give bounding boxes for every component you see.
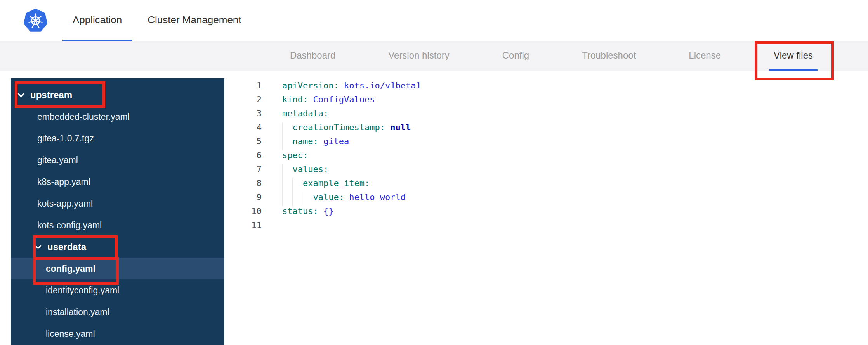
code-line	[282, 220, 868, 234]
line-number: 5	[224, 136, 271, 150]
kubernetes-logo-icon	[23, 9, 48, 33]
editor-gutter: 1234567891011	[224, 78, 271, 345]
tree-file-kots-config-yaml[interactable]: kots-config.yaml	[11, 214, 224, 236]
tab-license[interactable]: License	[684, 41, 726, 71]
tree-file-gitea-yaml[interactable]: gitea.yaml	[11, 149, 224, 171]
top-bar: ApplicationCluster Management	[0, 0, 868, 41]
tree-item-label: kots-app.yaml	[37, 198, 93, 209]
code-line: name: gitea	[282, 136, 868, 150]
tab-version-history[interactable]: Version history	[384, 41, 454, 71]
screen: ApplicationCluster Management DashboardV…	[0, 0, 868, 345]
code-line: creationTimestamp: null	[282, 122, 868, 136]
chevron-down-icon	[18, 91, 24, 97]
logo-wrap[interactable]	[0, 0, 62, 41]
chevron-down-icon	[35, 243, 42, 249]
tree-item-label: kots-config.yaml	[37, 220, 102, 231]
subnav-tabs: DashboardVersion historyConfigTroublesho…	[0, 41, 868, 71]
tree-item-label: identityconfig.yaml	[46, 285, 119, 296]
tree-item-label: gitea.yaml	[37, 155, 78, 166]
tree-file-kots-app-yaml[interactable]: kots-app.yaml	[11, 193, 224, 214]
tab-cluster-management[interactable]: Cluster Management	[137, 0, 251, 41]
tree-item-label: config.yaml	[46, 264, 95, 274]
line-number: 1	[224, 81, 271, 95]
header-tabs: ApplicationCluster Management	[62, 0, 252, 41]
line-number: 3	[224, 109, 271, 122]
code-line: value: hello world	[282, 192, 868, 206]
tree-file-gitea-1-0-7-tgz[interactable]: gitea-1.0.7.tgz	[11, 128, 224, 149]
code-line: status: {}	[282, 206, 868, 220]
tree-file-installation-yaml[interactable]: installation.yaml	[11, 301, 224, 323]
line-number: 2	[224, 95, 271, 109]
tree-file-embedded-cluster-yaml[interactable]: embedded-cluster.yaml	[11, 106, 224, 128]
tree-item-label: userdata	[47, 242, 86, 252]
code-line: spec:	[282, 150, 868, 164]
tree-item-label: k8s-app.yaml	[37, 177, 90, 187]
line-number: 6	[224, 150, 271, 164]
code-line: kind: ConfigValues	[282, 95, 868, 109]
code-line: example_item:	[282, 178, 868, 192]
file-viewer[interactable]: 1234567891011 apiVersion: kots.io/v1beta…	[224, 78, 868, 345]
code-line: metadata:	[282, 109, 868, 122]
line-number: 9	[224, 192, 271, 206]
editor-code: apiVersion: kots.io/v1beta1kind: ConfigV…	[271, 78, 868, 345]
tab-config[interactable]: Config	[498, 41, 534, 71]
tree-item-label: license.yaml	[46, 329, 95, 339]
file-tree: upstreamembedded-cluster.yamlgitea-1.0.7…	[11, 78, 224, 345]
tree-folder-upstream[interactable]: upstream	[11, 84, 224, 106]
line-number: 11	[224, 220, 271, 234]
tree-file-config-yaml[interactable]: config.yaml	[11, 258, 224, 279]
tree-item-label: embedded-cluster.yaml	[37, 112, 130, 122]
line-number: 10	[224, 206, 271, 220]
line-number: 8	[224, 178, 271, 192]
tab-troubleshoot[interactable]: Troubleshoot	[577, 41, 641, 71]
tree-item-label: installation.yaml	[46, 307, 109, 317]
tree-file-k8s-app-yaml[interactable]: k8s-app.yaml	[11, 171, 224, 193]
line-number: 7	[224, 164, 271, 178]
tab-application[interactable]: Application	[62, 0, 132, 41]
tree-item-label: gitea-1.0.7.tgz	[37, 133, 94, 144]
line-number: 4	[224, 122, 271, 136]
tree-item-label: upstream	[30, 90, 72, 100]
tab-view-files[interactable]: View files	[769, 41, 818, 71]
tree-file-identityconfig-yaml[interactable]: identityconfig.yaml	[11, 279, 224, 301]
code-line: apiVersion: kots.io/v1beta1	[282, 81, 868, 95]
tree-file-license-yaml[interactable]: license.yaml	[11, 323, 224, 345]
tab-dashboard[interactable]: Dashboard	[285, 41, 340, 71]
code-line: values:	[282, 164, 868, 178]
tree-folder-userdata[interactable]: userdata	[11, 236, 224, 258]
